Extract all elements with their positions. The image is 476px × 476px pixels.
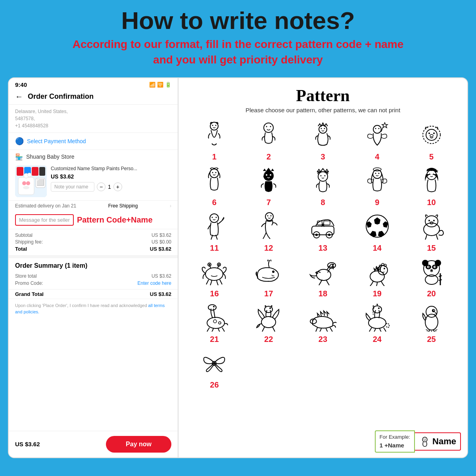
total-row: Total US $3.62: [15, 246, 171, 252]
qty-decrease-btn[interactable]: −: [97, 182, 106, 191]
svg-point-85: [384, 268, 385, 269]
svg-point-38: [318, 172, 328, 181]
svg-point-15: [215, 125, 217, 126]
header-section: How to write notes? According to our for…: [0, 0, 476, 72]
svg-point-47: [433, 173, 434, 175]
svg-point-44: [378, 173, 379, 174]
pattern-item-9: 9: [351, 165, 403, 207]
status-bar: 9:40 📶 🛜 🔋: [9, 78, 178, 90]
note-input[interactable]: Note your name: [51, 182, 94, 192]
store-total-value: US $3.62: [152, 273, 171, 279]
pattern-item-26: 26: [188, 347, 241, 390]
svg-point-108: [261, 317, 276, 328]
shipping-fee-value: US $0.00: [152, 239, 171, 245]
pattern-num-5: 5: [429, 152, 434, 161]
svg-point-72: [205, 268, 223, 280]
svg-rect-3: [32, 167, 38, 176]
svg-point-32: [210, 169, 219, 178]
back-arrow-icon[interactable]: ←: [15, 92, 23, 101]
svg-point-8: [22, 181, 26, 185]
pattern-svg-10: [416, 165, 447, 196]
qty-increase-btn[interactable]: +: [113, 182, 122, 191]
arrow-right-icon: ›: [170, 203, 171, 209]
pattern-num-6: 6: [212, 198, 217, 207]
promo-value[interactable]: Enter code here: [138, 280, 171, 286]
pattern-svg-2: [253, 119, 284, 151]
subtotal-block: Subtotal US $3.62 Shipping fee: US $0.00…: [9, 229, 178, 255]
payment-icon: 🔵: [15, 137, 24, 146]
store-total-row: Store total US $3.62: [15, 273, 171, 279]
pattern-item-19: 19: [351, 256, 403, 298]
svg-point-82: [332, 264, 334, 265]
grand-total-row: Grand Total US $3.62: [9, 289, 178, 299]
svg-point-49: [212, 217, 213, 218]
pattern-svg-11: [198, 210, 230, 242]
pattern-item-16: 16: [188, 256, 241, 298]
total-value: US $3.62: [150, 246, 171, 252]
pattern-item-23: 23: [297, 301, 349, 344]
svg-point-60: [328, 234, 330, 236]
pattern-item-14: 14: [351, 210, 403, 253]
svg-point-68: [425, 216, 438, 227]
svg-point-25: [378, 128, 379, 129]
svg-point-70: [433, 220, 435, 221]
svg-point-48: [210, 214, 219, 223]
address-line3: +1 4548848528: [15, 122, 171, 129]
pattern-svg-14: [361, 210, 393, 242]
pattern-item-18: 18: [297, 256, 349, 298]
subtitle-line2: and you will get priority delivery: [153, 54, 323, 66]
pattern-svg-23: [307, 301, 339, 333]
example-code: 1 +Name: [380, 441, 410, 449]
patterns-grid: 1 2: [185, 119, 461, 390]
pattern-num-21: 21: [210, 335, 219, 344]
svg-point-10: [23, 186, 29, 189]
svg-point-14: [212, 125, 213, 126]
pattern-item-7: 7: [242, 165, 295, 207]
pattern-svg-26: [198, 347, 230, 379]
pattern-num-2: 2: [267, 152, 271, 161]
svg-marker-65: [370, 231, 376, 237]
pattern-num-19: 19: [373, 289, 382, 298]
pattern-code-label: Pattern Code+Name: [77, 215, 153, 225]
total-label: Total: [15, 246, 27, 252]
pattern-svg-6: [198, 165, 230, 196]
pattern-item-13: 13: [297, 210, 349, 253]
product-price: US $3.62: [51, 173, 171, 180]
pattern-num-18: 18: [319, 289, 327, 298]
message-for-seller-input[interactable]: Message for the seller: [15, 214, 74, 226]
pattern-svg-18: [307, 256, 339, 288]
svg-point-109: [265, 306, 273, 313]
pattern-item-3: 3: [297, 119, 349, 161]
note-row: Note your name − 1 +: [51, 182, 171, 192]
battery-icon: 🔋: [165, 82, 171, 88]
payment-row[interactable]: 🔵 Select Payment Method: [9, 133, 178, 150]
pattern-num-25: 25: [427, 335, 436, 344]
pattern-item-21: 21: [188, 301, 241, 344]
pay-now-button[interactable]: Pay now: [106, 436, 171, 453]
pattern-num-8: 8: [321, 198, 325, 207]
grand-total-value: US $3.62: [150, 291, 171, 297]
pattern-item-10: 10: [405, 165, 458, 207]
svg-point-17: [266, 126, 267, 127]
svg-line-101: [439, 276, 442, 276]
svg-point-36: [266, 174, 267, 176]
promo-row: Promo Code: Enter code here: [15, 280, 171, 286]
pattern-num-4: 4: [375, 152, 379, 161]
delivery-row: Estimated delivery on Jan 21 Free Shippi…: [9, 200, 178, 211]
pattern-svg-15: [416, 210, 447, 242]
pattern-item-15: 15: [405, 210, 458, 253]
example-name-text: Name: [432, 436, 456, 447]
pattern-svg-8: [307, 165, 339, 196]
pattern-svg-13: [307, 210, 339, 242]
svg-point-16: [264, 123, 273, 132]
pattern-svg-7: [253, 165, 284, 196]
pattern-svg-5: [416, 119, 447, 151]
svg-point-34: [215, 172, 217, 173]
main-title: How to write notes?: [8, 7, 468, 34]
pattern-num-13: 13: [319, 244, 327, 253]
address-line2: 5487578,: [15, 115, 171, 122]
address-block: Delaware, United States, 5487578, +1 454…: [9, 105, 178, 133]
svg-point-51: [265, 213, 273, 221]
product-name: Customized Name Stamp Paints Perso...: [51, 165, 171, 172]
svg-point-13: [210, 122, 218, 130]
